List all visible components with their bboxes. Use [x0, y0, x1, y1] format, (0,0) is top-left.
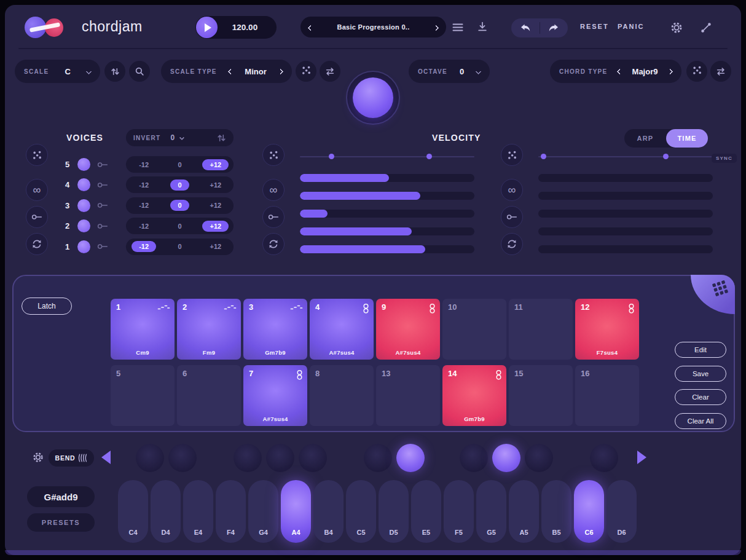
piano-key-e5[interactable]: E5: [411, 480, 441, 543]
piano-key-e4[interactable]: E4: [183, 480, 213, 543]
black-key-knob[interactable]: [136, 444, 164, 472]
voice-transpose-option[interactable]: +12: [198, 159, 234, 170]
dice-icon[interactable]: [262, 144, 285, 166]
chord-pad[interactable]: 12F7sus4: [575, 299, 639, 360]
voice-link-icon[interactable]: [97, 223, 109, 230]
sync-badge[interactable]: SYNC: [712, 154, 737, 163]
level-bar[interactable]: [300, 210, 474, 218]
chevron-right-icon[interactable]: [667, 68, 673, 74]
scale-search-icon[interactable]: [129, 61, 150, 82]
velocity-range-slider[interactable]: [300, 153, 474, 160]
black-key-knob[interactable]: [364, 444, 392, 472]
link-icon[interactable]: [501, 206, 523, 228]
infinity-icon[interactable]: ∞: [501, 179, 523, 201]
chord-type-swap-icon[interactable]: [710, 61, 731, 82]
midi-patch-icon[interactable]: [700, 22, 712, 34]
chord-type-selector[interactable]: CHORD TYPE Major9: [550, 60, 681, 83]
reset-button[interactable]: RESET: [580, 23, 609, 30]
level-bar[interactable]: [300, 227, 474, 235]
level-bar[interactable]: [538, 192, 713, 200]
piano-key-g5[interactable]: G5: [476, 480, 506, 543]
preset-next-button[interactable]: [434, 23, 438, 32]
level-bar[interactable]: [300, 245, 474, 253]
level-bar[interactable]: [538, 174, 713, 182]
scroll-left-arrow[interactable]: [101, 451, 111, 464]
level-bar[interactable]: [300, 174, 474, 182]
black-key-knob[interactable]: [168, 444, 197, 472]
voice-enable-dot[interactable]: [77, 199, 90, 212]
pads-corner-badge[interactable]: [691, 275, 735, 314]
preset-name[interactable]: Basic Progression 0..: [337, 23, 409, 31]
slider-handle[interactable]: [541, 154, 546, 159]
time-tab[interactable]: TIME: [666, 129, 708, 148]
chord-pad[interactable]: 3Gm7b9: [243, 299, 307, 360]
chord-pad[interactable]: 15: [509, 365, 573, 426]
save-button[interactable]: Save: [675, 366, 726, 382]
piano-key-f4[interactable]: F4: [216, 480, 246, 543]
latch-button[interactable]: Latch: [22, 298, 72, 315]
menu-icon[interactable]: [452, 23, 464, 32]
voice-link-icon[interactable]: [97, 181, 109, 189]
panic-button[interactable]: PANIC: [618, 23, 644, 30]
black-key-knob[interactable]: [266, 444, 294, 472]
invert-sort-icon[interactable]: [217, 133, 226, 143]
voice-enable-dot[interactable]: [77, 178, 90, 191]
voice-link-icon[interactable]: [97, 161, 109, 168]
piano-key-c4[interactable]: C4: [118, 480, 148, 543]
chord-pad[interactable]: 1Cm9: [111, 299, 175, 360]
piano-key-c6[interactable]: C6: [574, 480, 604, 543]
undo-button[interactable]: [511, 23, 540, 33]
voice-transpose-option[interactable]: 0: [162, 241, 197, 252]
chevron-left-icon[interactable]: [617, 68, 623, 74]
chevron-left-icon[interactable]: [228, 68, 234, 74]
black-key-knob[interactable]: [234, 444, 262, 472]
chord-pad[interactable]: 13: [376, 365, 440, 426]
voice-transpose-option[interactable]: 0: [162, 200, 197, 211]
infinity-icon[interactable]: ∞: [262, 179, 285, 201]
keyboard-gear-icon[interactable]: [32, 451, 44, 463]
piano-key-b4[interactable]: B4: [313, 480, 344, 543]
refresh-icon[interactable]: [26, 233, 48, 255]
piano-key-d5[interactable]: D5: [379, 480, 409, 543]
piano-key-f5[interactable]: F5: [444, 480, 474, 543]
level-bar[interactable]: [538, 227, 713, 235]
dice-icon[interactable]: [26, 144, 48, 166]
black-key-knob[interactable]: [299, 444, 327, 472]
black-key-knob[interactable]: [460, 444, 488, 472]
piano-key-a4[interactable]: A4: [281, 480, 311, 543]
bpm-display[interactable]: 120.00: [218, 23, 272, 32]
piano-key-d4[interactable]: D4: [151, 480, 181, 543]
slider-handle[interactable]: [663, 154, 669, 159]
voice-transpose-option[interactable]: +12: [198, 200, 234, 211]
piano-key-b5[interactable]: B5: [541, 480, 571, 543]
invert-selector[interactable]: INVERT 0: [126, 129, 234, 146]
voice-transpose-option[interactable]: 0: [162, 221, 197, 232]
scale-selector[interactable]: SCALE C: [15, 60, 100, 83]
chord-pad[interactable]: 14Gm7b9: [442, 365, 506, 426]
voice-link-icon[interactable]: [97, 243, 109, 250]
level-bar[interactable]: [538, 210, 713, 218]
dice-icon[interactable]: [501, 144, 523, 166]
link-icon[interactable]: [26, 206, 48, 228]
scale-type-dice-icon[interactable]: [296, 61, 316, 82]
black-key-knob[interactable]: [492, 444, 520, 472]
voice-transpose-option[interactable]: -12: [126, 179, 162, 191]
voice-transpose-option[interactable]: -12: [126, 159, 162, 170]
scale-type-swap-icon[interactable]: [320, 61, 340, 82]
piano-key-d6[interactable]: D6: [607, 480, 637, 543]
clear-all-button[interactable]: Clear All: [675, 413, 726, 429]
arp-tab[interactable]: ARP: [624, 129, 666, 148]
voice-transpose-option[interactable]: 0: [162, 179, 197, 191]
octave-selector[interactable]: OCTAVE 0: [409, 60, 490, 83]
chord-pad[interactable]: 6: [177, 365, 241, 426]
time-range-slider[interactable]: [538, 153, 713, 160]
voice-transpose-option[interactable]: +12: [198, 221, 234, 232]
chord-pad[interactable]: 10: [442, 299, 506, 360]
preset-prev-button[interactable]: [308, 23, 313, 32]
presets-button[interactable]: PRESETS: [27, 513, 95, 532]
scale-sort-icon[interactable]: [104, 61, 125, 82]
refresh-icon[interactable]: [262, 233, 285, 255]
chevron-right-icon[interactable]: [278, 68, 284, 74]
slider-handle[interactable]: [426, 154, 432, 159]
piano-key-a5[interactable]: A5: [509, 480, 539, 543]
